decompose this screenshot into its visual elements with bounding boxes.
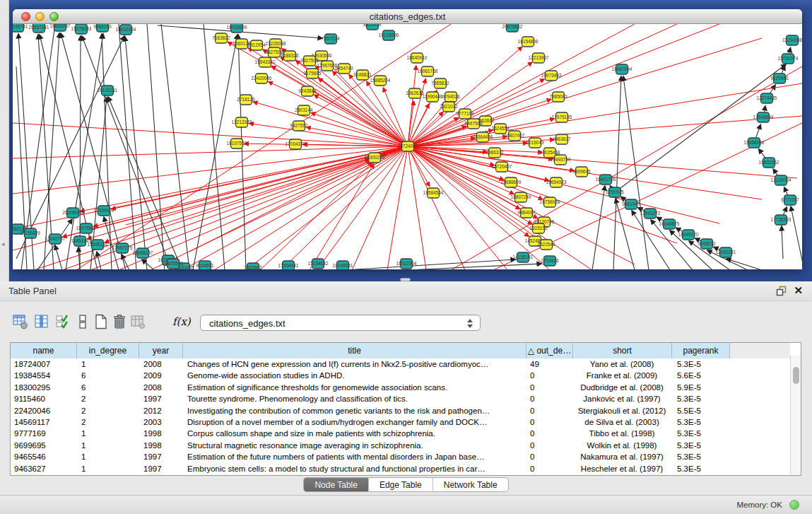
graph-node[interactable]: 16512304	[396, 259, 417, 269]
graph-node[interactable]: 18612304	[116, 25, 136, 35]
graph-node[interactable]: 9463627	[553, 134, 571, 144]
graph-edge[interactable]	[13, 123, 408, 146]
tab-network-table[interactable]: Network Table	[433, 477, 509, 492]
tab-edge-table[interactable]: Edge Table	[369, 477, 433, 492]
graph-node[interactable]: 18807249	[511, 192, 531, 202]
column-header-short[interactable]: short	[573, 343, 672, 358]
delete-table-icon[interactable]	[112, 314, 127, 329]
graph-node[interactable]: 9427552	[290, 121, 308, 131]
column-header-name[interactable]: name	[11, 343, 77, 358]
graph-node[interactable]: 9884067	[517, 208, 536, 218]
column-header-year[interactable]: year	[139, 343, 183, 358]
graph-node[interactable]: 7857224	[322, 34, 340, 44]
graph-node[interactable]: 1615152	[529, 223, 548, 233]
graph-node[interactable]: 15276093	[71, 24, 92, 34]
graph-edge[interactable]	[119, 146, 408, 269]
graph-edge[interactable]	[773, 169, 777, 175]
graph-edge[interactable]	[783, 207, 787, 215]
graph-node[interactable]: 8813054	[363, 24, 382, 30]
graph-node[interactable]: 12103054	[771, 175, 792, 185]
graph-node[interactable]: 16961758	[418, 66, 438, 76]
graph-node[interactable]: 20876862	[502, 24, 523, 32]
graph-edge[interactable]	[16, 66, 27, 269]
graph-edge[interactable]	[182, 146, 408, 269]
graph-node[interactable]: 13991272	[640, 209, 661, 218]
graph-node[interactable]: 20364456	[473, 132, 493, 142]
graph-node[interactable]: 9461047	[622, 199, 640, 209]
graph-node[interactable]: 12274435	[757, 93, 777, 103]
graph-edge[interactable]	[55, 245, 62, 269]
graph-node[interactable]: 7986372	[486, 148, 504, 158]
graph-node[interactable]: 9146821	[353, 70, 372, 80]
graph-node[interactable]: 12213967	[529, 53, 549, 63]
graph-edge[interactable]	[13, 146, 408, 194]
graph-edge[interactable]	[782, 226, 783, 259]
graph-node[interactable]: 19584554	[423, 188, 444, 198]
table-settings-icon[interactable]	[13, 314, 28, 329]
graph-node[interactable]: 2718126	[237, 95, 255, 105]
graph-node[interactable]: 9866160	[93, 24, 112, 32]
graph-node[interactable]: 9245012	[698, 239, 716, 249]
graph-node[interactable]: 11154088	[782, 35, 802, 45]
graph-node[interactable]: 9827503	[300, 56, 319, 66]
graph-node[interactable]: 12213383	[232, 117, 252, 127]
graph-edge[interactable]	[756, 124, 761, 137]
graph-edge[interactable]	[13, 146, 408, 250]
graph-node[interactable]: 16401706	[596, 175, 616, 185]
graph-edge[interactable]	[13, 146, 408, 158]
graph-edge[interactable]	[142, 259, 154, 269]
graph-node[interactable]: 13505135	[88, 240, 108, 250]
graph-node[interactable]: 17004378	[286, 139, 306, 149]
column-header-title[interactable]: title	[183, 343, 526, 358]
table-row[interactable]: 1938455462009Genome-wide association stu…	[11, 370, 790, 381]
graph-edge[interactable]	[791, 206, 802, 269]
network-window-titlebar[interactable]: citations_edges.txt	[13, 9, 802, 24]
graph-edge[interactable]	[408, 146, 797, 178]
graph-edge[interactable]	[387, 146, 408, 269]
graph-edge[interactable]	[789, 48, 791, 53]
close-panel-icon[interactable]: ✕	[794, 284, 803, 297]
graph-node[interactable]: 1921022	[440, 102, 458, 112]
graph-edge[interactable]	[34, 146, 408, 269]
graph-node[interactable]: 9899695	[572, 167, 591, 177]
graph-edge[interactable]	[307, 127, 402, 145]
graph-node[interactable]: 2803144	[295, 105, 313, 115]
graph-edge[interactable]	[408, 146, 426, 269]
graph-node[interactable]: 9129966	[770, 74, 789, 83]
graph-node[interactable]: 16046875	[659, 219, 680, 229]
column-header-pagerank[interactable]: pagerank	[672, 343, 730, 358]
graph-node[interactable]: 8186328	[281, 51, 299, 61]
graph-edge[interactable]	[412, 112, 443, 143]
graph-node[interactable]: 3624554	[491, 124, 510, 134]
graph-edge[interactable]	[345, 259, 515, 269]
graph-node[interactable]: 17359924	[94, 206, 114, 216]
graph-node[interactable]: 13643694	[753, 112, 774, 122]
select-columns-icon[interactable]	[55, 314, 71, 329]
graph-node[interactable]: 6497568	[464, 119, 483, 129]
graph-node[interactable]: 6216049	[526, 138, 544, 148]
graph-node[interactable]: 15720407	[492, 162, 512, 172]
graph-node[interactable]: 14136141	[513, 252, 534, 262]
graph-node[interactable]: 18975867	[76, 223, 97, 233]
graph-edge[interactable]	[408, 38, 762, 146]
graph-node[interactable]: 19218506	[379, 30, 399, 40]
graph-node[interactable]: 1733426	[541, 256, 559, 266]
graph-edge[interactable]	[770, 85, 775, 93]
graph-edge[interactable]	[408, 146, 635, 264]
graph-node[interactable]: 5912954	[247, 40, 266, 50]
graph-edge[interactable]	[408, 146, 465, 269]
table-row[interactable]: 1872400712008Changes of HCN gene express…	[11, 358, 790, 370]
graph-node[interactable]: 9794028	[442, 92, 460, 102]
graph-node[interactable]: 6791925	[606, 187, 624, 197]
table-row[interactable]: 969969511998Structural magnetic resonanc…	[11, 440, 790, 451]
graph-node[interactable]: 11156829	[20, 228, 40, 238]
graph-edge[interactable]	[80, 36, 81, 269]
table-row[interactable]: 1830029562008Estimation of significance …	[11, 382, 790, 393]
new-table-icon[interactable]	[93, 314, 109, 329]
network-graph-canvas[interactable]: 1872400771638228660128591295423226058982…	[13, 24, 802, 269]
table-selector-dropdown[interactable]: citations_edges.txt	[200, 315, 481, 331]
table-row[interactable]: 946554611997Estimation of the future num…	[11, 451, 790, 462]
tab-node-table[interactable]: Node Table	[303, 477, 369, 492]
graph-edge[interactable]	[249, 124, 402, 146]
graph-node[interactable]: 17504441	[278, 261, 299, 269]
